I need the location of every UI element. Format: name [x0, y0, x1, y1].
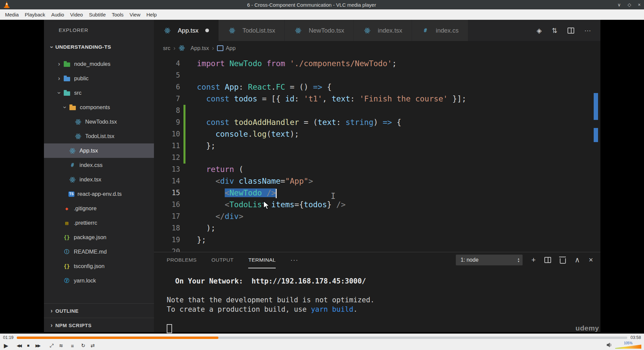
breadcrumb-item-app[interactable]: App [217, 45, 235, 51]
section-outline[interactable]: ›OUTLINE [44, 303, 154, 318]
tree-item-tsconfig-json[interactable]: {}tsconfig.json [44, 259, 154, 273]
tree-item-gitignore[interactable]: ◆.gitignore [44, 201, 154, 216]
maximize-panel-icon[interactable]: ∧ [575, 256, 580, 264]
stop-button[interactable]: ■ [25, 343, 32, 348]
breadcrumb-item-app-tsx[interactable]: App.tsx [178, 45, 209, 51]
new-terminal-icon[interactable]: + [531, 256, 536, 264]
code-line-11: 11 }; [154, 140, 600, 152]
modified-dot-icon[interactable] [205, 29, 209, 32]
panel-tab-terminal[interactable]: TERMINAL [248, 252, 276, 268]
tree-item-public[interactable]: ›public [44, 71, 154, 86]
terminal-text: On Your Network: [167, 277, 252, 285]
seek-slider[interactable] [17, 337, 627, 339]
play-button[interactable]: ▶ [3, 342, 9, 349]
close-button[interactable]: × [638, 2, 641, 7]
next-button[interactable]: ▶▶ [34, 343, 41, 348]
more-actions-icon[interactable]: ··· [584, 27, 591, 34]
vlc-window: 6 - Cross-Component Communication - VLC … [0, 0, 644, 350]
file-tree: ›node_modules›public›src›componentsNewTo… [44, 54, 154, 288]
menu-help[interactable]: Help [144, 9, 160, 19]
json-icon: {} [63, 263, 71, 270]
split-editor-icon[interactable] [568, 28, 574, 34]
breadcrumb-separator: › [212, 45, 214, 52]
tree-item-todolist-tsx[interactable]: TodoList.tsx [44, 129, 154, 143]
panel-tab-output[interactable]: OUTPUT [211, 252, 233, 268]
tree-item-index-tsx[interactable]: index.tsx [44, 172, 154, 187]
terminal-output[interactable]: On Your Network: http://192.168.178.45:3… [154, 268, 600, 333]
tree-item-app-tsx[interactable]: App.tsx [44, 143, 154, 158]
panel-tab-problems[interactable]: PROBLEMS [167, 252, 197, 268]
video-area[interactable]: EXPLORER › UNDERSTANDING-TS ›node_module… [0, 20, 644, 334]
maximize-button[interactable]: ◇ [628, 2, 631, 7]
code-editor[interactable]: 4import NewTodo from './components/NewTo… [154, 55, 600, 252]
code-text: console.log(text); [197, 128, 299, 140]
time-total: 03:58 [631, 335, 641, 340]
code-text: </div> [197, 211, 244, 222]
gutter-change-bar [183, 199, 185, 211]
overview-ruler[interactable] [592, 55, 600, 252]
chevron-expanded-icon: › [56, 89, 63, 97]
tree-item-label: App.tsx [79, 147, 98, 154]
kill-terminal-icon[interactable] [560, 257, 566, 264]
project-root[interactable]: › UNDERSTANDING-TS [44, 40, 154, 54]
close-panel-icon[interactable]: × [589, 256, 593, 264]
fullscreen-button[interactable]: ⤢ [48, 343, 55, 349]
loop-button[interactable]: ↻ [80, 343, 87, 349]
tree-item-components[interactable]: ›components [44, 100, 154, 115]
menu-video[interactable]: Video [67, 9, 86, 19]
tree-item-readme-md[interactable]: ⓘREADME.md [44, 245, 154, 259]
menu-media[interactable]: Media [2, 9, 22, 19]
tree-item-node-modules[interactable]: ›node_modules [44, 57, 154, 71]
tab-app-tsx[interactable]: App.tsx [154, 20, 219, 41]
tree-item-react-app-env-d-ts[interactable]: TSreact-app-env.d.ts [44, 187, 154, 201]
tab-index-tsx[interactable]: index.tsx [354, 20, 412, 41]
menu-audio[interactable]: Audio [48, 9, 67, 19]
section-npm-scripts[interactable]: ›NPM SCRIPTS [44, 318, 154, 332]
window-title: 6 - Cross-Component Communication - VLC … [13, 2, 610, 8]
tree-item-package-json[interactable]: {}package.json [44, 230, 154, 245]
gutter-change-bar [183, 58, 185, 70]
overview-mark [594, 93, 598, 120]
tree-item-src[interactable]: ›src [44, 86, 154, 100]
tree-item-yarn-lock[interactable]: ⓨyarn.lock [44, 273, 154, 288]
minimize-button[interactable]: ∨ [618, 2, 621, 7]
extended-settings-button[interactable]: ≋ [58, 343, 64, 349]
gutter-change-bar [183, 105, 185, 117]
volume-label: 105% [624, 341, 633, 345]
git-compare-icon[interactable]: ⇅ [552, 27, 557, 35]
terminal-shell-select[interactable]: 1: node ▴▾ [456, 255, 523, 265]
tab-label: NewTodo.tsx [309, 27, 344, 34]
previous-button[interactable]: ◀◀ [15, 343, 22, 348]
random-button[interactable]: ⇄ [89, 343, 96, 349]
breadcrumb-item-src[interactable]: src [163, 45, 170, 51]
tab-todolist-tsx[interactable]: TodoList.tsx [219, 20, 285, 41]
folder-icon [64, 77, 70, 81]
terminal-line: Note that the development build is not o… [167, 295, 600, 305]
menu-view[interactable]: View [126, 9, 143, 19]
menu-subtitle[interactable]: Subtitle [86, 9, 109, 19]
split-terminal-icon[interactable] [544, 257, 551, 263]
code-line-18: 18 ); [154, 222, 600, 234]
menu-tools[interactable]: Tools [109, 9, 126, 19]
line-number: 9 [154, 117, 180, 128]
tree-item-prettierrc[interactable]: ▤.prettierrc [44, 216, 154, 230]
panel-more-actions-icon[interactable]: ··· [290, 257, 299, 264]
panel-header: PROBLEMSOUTPUTTERMINAL ··· 1: node ▴▾ +∧… [154, 252, 600, 268]
tree-item-label: src [74, 90, 82, 96]
playlist-button[interactable]: ≡ [69, 343, 76, 349]
terminal-cursor [167, 324, 172, 333]
tree-item-newtodo-tsx[interactable]: NewTodo.tsx [44, 115, 154, 129]
gutter-change-bar [183, 128, 185, 140]
tree-item-index-css[interactable]: #index.css [44, 158, 154, 172]
menu-playback[interactable]: Playback [22, 9, 48, 19]
tree-item-label: .gitignore [74, 205, 97, 212]
tab-index-cs[interactable]: #index.cs [412, 20, 468, 41]
volume-slider[interactable]: 105% [615, 342, 641, 350]
terminal-line [167, 323, 600, 333]
code-line-17: 17 </div> [154, 211, 600, 222]
open-changes-icon[interactable]: ◈ [537, 27, 542, 35]
line-number: 8 [154, 105, 180, 117]
volume-icon[interactable] [606, 342, 612, 349]
tab-newtodo-tsx[interactable]: NewTodo.tsx [285, 20, 354, 41]
seek-fill [17, 337, 218, 339]
